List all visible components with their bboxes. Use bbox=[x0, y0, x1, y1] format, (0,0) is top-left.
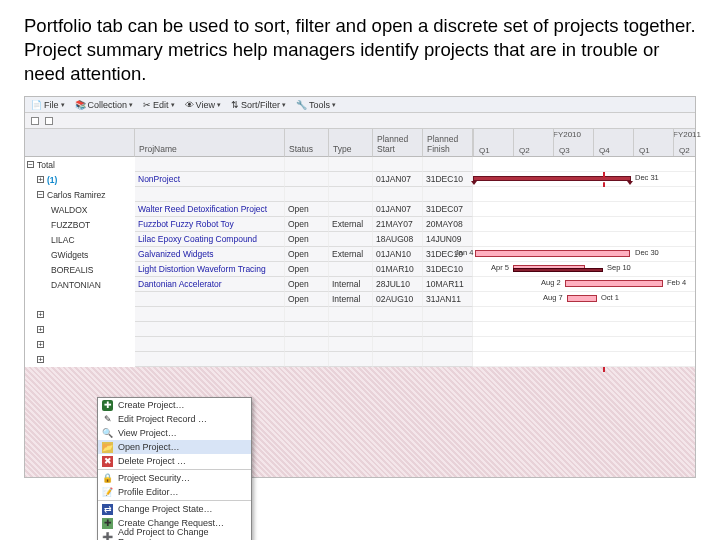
menu-edit-project-record[interactable]: ✎Edit Project Record … bbox=[98, 412, 251, 426]
view-icon: 🔍 bbox=[102, 428, 113, 439]
sortfilter-menu[interactable]: ⇅ Sort/Filter ▾ bbox=[231, 100, 286, 110]
gantt-row-borealis: Apr 5 Sep 10 bbox=[473, 262, 695, 277]
tree-total[interactable]: −Total bbox=[25, 157, 135, 172]
gantt-row-nonproject: Dec 31 bbox=[473, 172, 695, 187]
col-status[interactable]: Status bbox=[285, 129, 329, 157]
collection-menu[interactable]: 📚 Collection ▾ bbox=[75, 100, 134, 110]
view-menu[interactable]: 👁 View ▾ bbox=[185, 100, 221, 110]
tree-fuzzbot[interactable]: FUZZBOT bbox=[25, 217, 135, 232]
menu-view-project[interactable]: 🔍View Project… bbox=[98, 426, 251, 440]
change-request-icon: ✚ bbox=[102, 518, 113, 529]
file-menu[interactable]: 📄 File ▾ bbox=[31, 100, 65, 110]
col-type[interactable]: Type bbox=[329, 129, 373, 157]
tree-borealis[interactable]: BOREALIS bbox=[25, 262, 135, 277]
tree-gwidgets[interactable]: GWidgets bbox=[25, 247, 135, 262]
project-context-menu: ✚Create Project… ✎Edit Project Record … … bbox=[97, 397, 252, 540]
main-toolbar: 📄 File ▾ 📚 Collection ▾ ✂ Edit ▾ 👁 View … bbox=[25, 97, 695, 113]
toolbar-toggle-2[interactable] bbox=[45, 117, 53, 125]
tree-dantonian[interactable]: DANTONIAN bbox=[25, 277, 135, 292]
security-icon: 🔒 bbox=[102, 473, 113, 484]
menu-add-to-change-request[interactable]: ➕Add Project to Change Request… bbox=[98, 530, 251, 540]
menu-project-security[interactable]: 🔒Project Security… bbox=[98, 471, 251, 485]
toolbar-toggle-1[interactable] bbox=[31, 117, 39, 125]
menu-create-project[interactable]: ✚Create Project… bbox=[98, 398, 251, 412]
gantt-row-total bbox=[473, 157, 695, 172]
sub-toolbar bbox=[25, 113, 695, 129]
edit-menu[interactable]: ✂ Edit ▾ bbox=[143, 100, 175, 110]
tools-menu[interactable]: 🔧 Tools ▾ bbox=[296, 100, 336, 110]
add-change-icon: ➕ bbox=[102, 532, 113, 540]
col-planned-start[interactable]: Planned Start bbox=[373, 129, 423, 157]
edit-icon: ✎ bbox=[102, 414, 113, 425]
gantt-row-dantonian: Aug 2 Feb 4 bbox=[473, 277, 695, 292]
tree-lilac[interactable]: LILAC bbox=[25, 232, 135, 247]
profile-icon: 📝 bbox=[102, 487, 113, 498]
menu-change-project-state[interactable]: ⇄Change Project State… bbox=[98, 502, 251, 516]
col-planned-finish[interactable]: Planned Finish bbox=[423, 129, 473, 157]
menu-open-project[interactable]: 📂Open Project… bbox=[98, 440, 251, 454]
delete-icon: ✖ bbox=[102, 456, 113, 467]
menu-profile-editor[interactable]: 📝Profile Editor… bbox=[98, 485, 251, 499]
tree-owner[interactable]: −Carlos Ramirez bbox=[25, 187, 135, 202]
tree-last[interactable] bbox=[25, 292, 135, 307]
menu-delete-project[interactable]: ✖Delete Project … bbox=[98, 454, 251, 468]
gantt-row-gwidgets: Jan 4 Dec 30 bbox=[473, 247, 695, 262]
create-icon: ✚ bbox=[102, 400, 113, 411]
tree-group-1[interactable]: +(1) bbox=[25, 172, 135, 187]
open-icon: 📂 bbox=[102, 442, 113, 453]
project-grid: ProjName Status Type Planned Start Plann… bbox=[25, 129, 695, 367]
gantt-row-last: Aug 7 Oct 1 bbox=[473, 292, 695, 307]
slide-caption: Portfolio tab can be used to sort, filte… bbox=[24, 14, 696, 86]
timeline-header: FY2010 FY2011 Q1 Q2 Q3 Q4 Q1 Q2 bbox=[473, 129, 695, 157]
portfolio-app-window: 📄 File ▾ 📚 Collection ▾ ✂ Edit ▾ 👁 View … bbox=[24, 96, 696, 478]
tree-waldox[interactable]: WALDOX bbox=[25, 202, 135, 217]
col-projname[interactable]: ProjName bbox=[135, 129, 285, 157]
state-icon: ⇄ bbox=[102, 504, 113, 515]
col-tree[interactable] bbox=[25, 129, 135, 157]
